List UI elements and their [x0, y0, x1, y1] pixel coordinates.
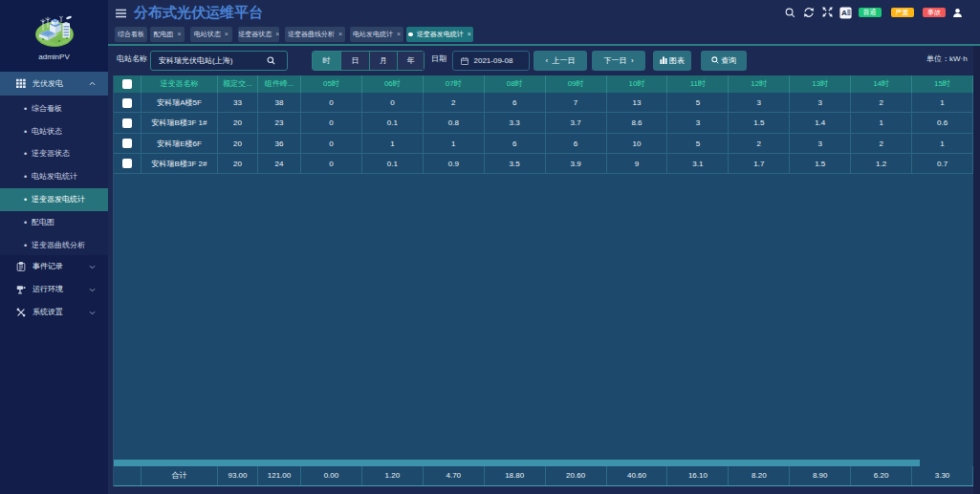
svg-text:A: A [841, 9, 847, 17]
